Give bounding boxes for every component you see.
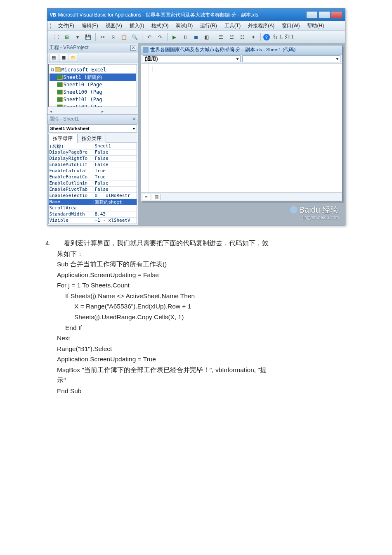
project-explorer-icon[interactable]: ☰ — [217, 33, 226, 42]
property-row[interactable]: StandardWidth8.43 — [49, 211, 137, 218]
property-row[interactable]: EnableOutlininFalse — [49, 180, 137, 187]
excel-icon[interactable]: ⊞ — [62, 33, 71, 42]
redo-icon[interactable]: ↷ — [156, 33, 165, 42]
save-icon[interactable]: 💾 — [84, 33, 93, 42]
run-icon[interactable]: ▶ — [170, 33, 179, 42]
menu-help[interactable]: 帮助(H) — [304, 21, 327, 30]
tree-item[interactable]: Sheet100 (Pag — [50, 88, 136, 96]
toolbar: ⛶ ⊞ ▾ 💾 ✂ ⎘ 📋 🔍 ↶ ↷ ▶ ⏸ ◼ ◧ ☰ ☱ ☷ ✦ ? 行 … — [47, 31, 345, 43]
code-line: Application.ScreenUpdating = False — [57, 270, 347, 280]
menu-view[interactable]: 视图(V) — [102, 21, 125, 30]
minimize-button[interactable] — [306, 11, 318, 19]
code-line: Sheets(j).UsedRange.Copy Cells(X, 1) — [57, 312, 347, 323]
menu-addins[interactable]: 外接程序(A) — [245, 21, 278, 30]
toggle-folders-button[interactable]: 📁 — [69, 54, 78, 62]
full-module-view-button[interactable]: ▤ — [152, 194, 161, 200]
code-listing: Sub 合并当前工作簿下的所有工作表()Application.ScreenUp… — [57, 259, 347, 396]
tree-scrollbar[interactable]: ◂▸ — [48, 108, 137, 114]
menu-debug[interactable]: 调试(D) — [172, 21, 196, 30]
menu-bar: 文件(F) 编辑(E) 视图(V) 插入(I) 格式(O) 调试(D) 运行(R… — [47, 21, 345, 31]
code-line: X = Range("A65536").End(xlUp).Row + 1 — [57, 301, 347, 312]
menu-tools[interactable]: 工具(T) — [221, 21, 244, 30]
property-row[interactable]: Visible-1 - xlSheetV — [49, 218, 137, 224]
code-view-switcher: ≡ ▤ — [141, 192, 342, 201]
sheet-icon — [57, 90, 63, 95]
code-window-titlebar[interactable]: 世界各国国家代码及各大城市名称邮编-分 - 副本.xls - Sheet1 (代… — [141, 45, 342, 55]
sheet-icon — [57, 104, 63, 107]
code-window-title: 世界各国国家代码及各大城市名称邮编-分 - 副本.xls - Sheet1 (代… — [150, 47, 296, 53]
chevron-down-icon: ▾ — [336, 57, 338, 61]
text-cursor — [153, 66, 153, 72]
properties-title: 属性 - Sheet1 — [49, 116, 79, 123]
folder-icon — [55, 67, 61, 72]
menu-file[interactable]: 文件(F) — [55, 21, 78, 30]
sheet-icon — [57, 75, 63, 80]
copy-icon[interactable]: ⎘ — [109, 33, 118, 42]
tree-item[interactable]: Sheet10 (Page — [50, 81, 136, 88]
tree-root[interactable]: ⊟ Microsoft Excel — [50, 66, 136, 74]
menu-insert[interactable]: 插入(I) — [126, 21, 147, 30]
project-pane-header: 工程 - VBAProject ✕ — [47, 43, 138, 52]
stop-icon[interactable]: ◼ — [191, 33, 201, 42]
property-row[interactable]: EnableCalculatTrue — [49, 168, 137, 174]
cursor-position: 行 1, 列 1 — [272, 33, 294, 40]
property-row[interactable]: EnableFormatCoTrue — [49, 174, 137, 180]
menu-run[interactable]: 运行(R) — [197, 21, 220, 30]
property-row[interactable]: ScrollArea — [49, 205, 137, 211]
view-code-button[interactable]: ▤ — [49, 54, 58, 62]
menu-window[interactable]: 窗口(W) — [279, 21, 303, 30]
code-line: Sub 合并当前工作簿下的所有工作表() — [57, 259, 347, 270]
code-editor[interactable] — [141, 64, 342, 192]
property-row[interactable]: EnablePivotTabFalse — [49, 187, 137, 193]
property-row[interactable]: EnableSelectio0 - xlNoRestr — [49, 193, 137, 199]
toolbox-icon[interactable]: ✦ — [249, 33, 258, 42]
sheet-icon — [57, 82, 63, 87]
code-line: For j = 1 To Sheets.Count — [57, 280, 347, 291]
object-combo[interactable]: (通用)▾ — [143, 55, 241, 62]
pause-icon[interactable]: ⏸ — [181, 33, 190, 42]
paste-icon[interactable]: 📋 — [120, 33, 129, 42]
tree-item[interactable]: Sheet1 (新建的 — [50, 74, 136, 81]
properties-grid[interactable]: (名称)Sheet1DisplayPageBreFalseDisplayRigh… — [48, 143, 137, 224]
paw-icon — [290, 206, 298, 213]
title-bar[interactable]: VB Microsoft Visual Basic for Applicatio… — [47, 9, 345, 21]
properties-icon[interactable]: ☱ — [227, 33, 236, 42]
tab-alphabetic[interactable]: 按字母序 — [48, 134, 77, 143]
view-object-button[interactable]: ▦ — [59, 54, 68, 62]
view-code-icon[interactable]: ⛶ — [52, 33, 61, 42]
property-row[interactable]: DisplayPageBreFalse — [49, 149, 137, 156]
window-title: Microsoft Visual Basic for Applications … — [58, 12, 258, 19]
dropdown-icon[interactable]: ▾ — [133, 126, 135, 131]
property-row[interactable]: Name新建的sheet — [49, 199, 137, 205]
properties-close-icon[interactable]: ✕ — [132, 116, 136, 122]
tree-item[interactable]: Sheet101 (Pag — [50, 96, 136, 103]
code-window: 世界各国国家代码及各大城市名称邮编-分 - 副本.xls - Sheet1 (代… — [141, 45, 342, 201]
design-mode-icon[interactable]: ◧ — [202, 33, 211, 42]
property-row[interactable]: DisplayRightToFalse — [49, 156, 137, 162]
menu-edit[interactable]: 编辑(E) — [78, 21, 102, 30]
project-tree[interactable]: ⊟ Microsoft Excel Sheet1 (新建的Sheet10 (Pa… — [48, 64, 137, 107]
help-icon[interactable]: ? — [263, 34, 270, 40]
object-browser-icon[interactable]: ☷ — [238, 33, 247, 42]
find-icon[interactable]: 🔍 — [130, 33, 139, 42]
menu-format[interactable]: 格式(O) — [148, 21, 172, 30]
code-line: 示" — [57, 375, 347, 386]
cut-icon[interactable]: ✂ — [98, 33, 107, 42]
procedure-combo[interactable]: ▾ — [242, 55, 340, 62]
dropdown-icon[interactable]: ▾ — [73, 33, 82, 42]
tree-item[interactable]: Sheet102 (Pag — [50, 103, 136, 107]
property-row[interactable]: (名称)Sheet1 — [49, 143, 137, 149]
procedure-view-button[interactable]: ≡ — [142, 194, 151, 200]
property-row[interactable]: EnableAutoFiltFalse — [49, 162, 137, 168]
app-icon: VB — [50, 12, 57, 18]
sheet-icon — [57, 97, 63, 102]
project-pane-title: 工程 - VBAProject — [49, 44, 89, 51]
tab-categorized[interactable]: 按分类序 — [77, 134, 106, 143]
project-pane-close-icon[interactable]: ✕ — [130, 45, 136, 51]
close-button[interactable] — [331, 11, 342, 19]
maximize-button[interactable] — [319, 11, 330, 19]
code-line: If Sheets(j).Name <> ActiveSheet.Name Th… — [57, 291, 347, 301]
code-line: End Sub — [57, 386, 347, 396]
undo-icon[interactable]: ↶ — [145, 33, 154, 42]
properties-object-selector[interactable]: Sheet1 Worksheet▾ — [48, 124, 137, 133]
